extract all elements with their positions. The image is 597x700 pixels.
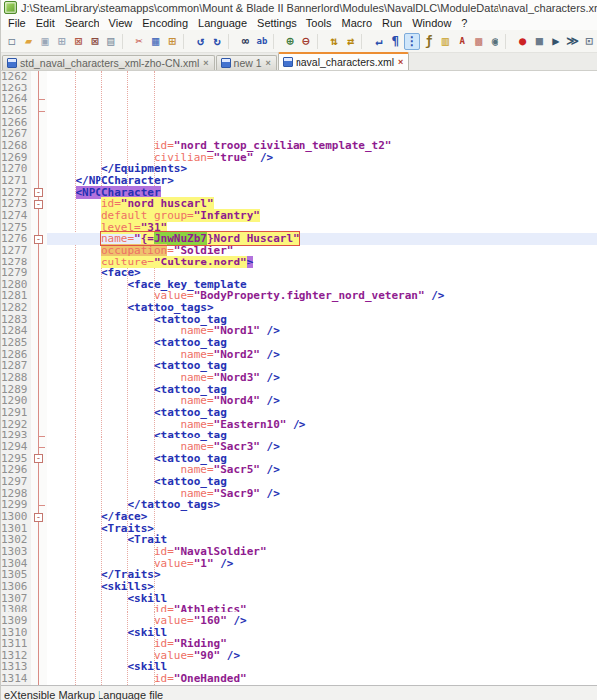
- close-tab-icon[interactable]: ×: [397, 58, 404, 67]
- close-all-icon[interactable]: ⊠: [87, 33, 102, 50]
- sync-scroll-horizontal-icon[interactable]: ⇄: [343, 33, 359, 50]
- line-number: 1309: [1, 615, 27, 627]
- toolbar-separator: [228, 34, 234, 49]
- code-token: />: [220, 649, 240, 662]
- sync-scroll-vertical-icon[interactable]: ⇅: [326, 33, 342, 50]
- macro-play-icon[interactable]: ▶: [548, 33, 564, 50]
- document-type-label: eXtensible Markup Language file: [4, 689, 163, 700]
- code-token: />: [260, 371, 280, 384]
- cut-icon[interactable]: ✂: [131, 33, 147, 50]
- fold-end-tick: [39, 99, 45, 100]
- fold-collapse-marker[interactable]: -: [34, 235, 43, 244]
- line-number: 1297: [1, 476, 27, 488]
- menu-item-help[interactable]: ?: [456, 17, 472, 29]
- code-token: occupation: [101, 244, 167, 257]
- line-number: 1288: [1, 372, 27, 384]
- fold-end-tick: [39, 447, 45, 448]
- find-icon[interactable]: ∞: [237, 33, 253, 50]
- macro-record-icon[interactable]: ●: [515, 33, 531, 50]
- menu-item-run[interactable]: Run: [377, 17, 407, 29]
- copy-icon[interactable]: ▦: [148, 33, 164, 50]
- toolbar-separator: [183, 34, 189, 49]
- tab-bar: std_naval_characters_xml-zho-CN.xml×new …: [1, 53, 597, 71]
- code-token: "Sacr9": [214, 487, 260, 500]
- open-file-icon[interactable]: ▰: [21, 33, 37, 50]
- document-map-icon[interactable]: ▥: [438, 33, 454, 50]
- fold-collapse-marker[interactable]: -: [34, 188, 43, 197]
- word-wrap-icon[interactable]: ↵: [371, 33, 387, 50]
- monitoring-eye-icon[interactable]: ◉: [488, 33, 503, 50]
- menu-item-macro[interactable]: Macro: [336, 17, 377, 29]
- close-file-icon[interactable]: ⊠: [71, 33, 87, 50]
- menu-item-window[interactable]: Window: [407, 17, 456, 29]
- zoom-in-icon[interactable]: ⊕: [282, 33, 298, 50]
- line-number: 1274: [1, 210, 27, 222]
- toolbar-separator: [273, 34, 279, 49]
- function-list-icon[interactable]: ƒ: [421, 33, 437, 50]
- save-all-icon[interactable]: ⊞: [54, 33, 70, 50]
- menu-item-view[interactable]: View: [104, 17, 138, 29]
- code-token: value=: [154, 684, 194, 685]
- toolbar-separator: [317, 34, 323, 49]
- line-number: 1300: [1, 511, 27, 523]
- undo-icon[interactable]: ↺: [193, 33, 209, 50]
- line-number: 1303: [1, 546, 27, 558]
- print-icon[interactable]: ▤: [103, 33, 119, 50]
- macro-run-multiple-icon[interactable]: ≫: [565, 33, 581, 50]
- code-line[interactable]: default_group="Infantry": [49, 210, 597, 222]
- menu-item-tools[interactable]: Tools: [301, 17, 337, 29]
- saved-file-icon: [221, 58, 231, 68]
- close-tab-icon[interactable]: ×: [202, 59, 209, 68]
- tab-naval-characters-xml[interactable]: naval_characters.xml×: [278, 52, 409, 70]
- line-number: 1268: [1, 140, 27, 152]
- paste-icon[interactable]: ⊞: [165, 33, 181, 50]
- code-area[interactable]: id="nord_troop_civilian_template_t2" civ…: [47, 71, 597, 685]
- new-file-icon[interactable]: ◻: [4, 33, 20, 50]
- menu-item-search[interactable]: Search: [60, 17, 104, 29]
- code-token: "200": [194, 684, 227, 685]
- code-token: "160": [194, 614, 227, 627]
- show-all-characters-icon[interactable]: ¶: [388, 33, 404, 50]
- indent-guide-icon[interactable]: ⋮: [404, 33, 420, 50]
- folder-as-workspace-icon[interactable]: ▩: [471, 33, 487, 50]
- redo-icon[interactable]: ↻: [209, 33, 225, 50]
- fold-margin: -----: [31, 71, 47, 685]
- menu-item-file[interactable]: File: [3, 17, 31, 29]
- code-token: />: [425, 289, 445, 302]
- code-line[interactable]: </NPCCharacter>: [49, 175, 597, 187]
- save-icon[interactable]: ▣: [37, 33, 53, 50]
- fold-tree-line: [38, 71, 39, 685]
- toolbar: ◻▰▣⊞⊠⊠▤✂▦⊞↺↻∞ab⊕⊖⇅⇄↵¶⋮ƒ▥A▩◉●■▶≫⊡: [1, 30, 597, 53]
- menu-item-language[interactable]: Language: [193, 17, 252, 29]
- notepadpp-window: J:\SteamLibrary\steamapps\common\Mount &…: [0, 0, 597, 700]
- tab-std-naval-characters-xml-zho-cn-xml[interactable]: std_naval_characters_xml-zho-CN.xml×: [2, 55, 215, 70]
- macro-save-icon[interactable]: ⊡: [581, 33, 597, 50]
- code-token: />: [227, 684, 247, 685]
- close-tab-icon[interactable]: ×: [265, 59, 272, 68]
- menu-item-encoding[interactable]: Encoding: [137, 17, 193, 29]
- line-number: 1271: [1, 175, 27, 187]
- menu-item-edit[interactable]: Edit: [31, 17, 60, 29]
- code-token: />: [260, 463, 280, 476]
- fold-collapse-marker[interactable]: -: [34, 200, 43, 209]
- code-token: />: [260, 487, 280, 500]
- toolbar-separator: [361, 34, 367, 49]
- fold-collapse-marker[interactable]: -: [34, 454, 43, 463]
- tab-new-1[interactable]: new 1×: [216, 55, 277, 70]
- window-title: J:\SteamLibrary\steamapps\common\Mount &…: [21, 2, 597, 14]
- macro-stop-icon[interactable]: ■: [531, 33, 547, 50]
- code-token: "BodyProperty.fighter_nord_veteran": [194, 289, 425, 302]
- editor: 1262126312641265126612671268126912701271…: [1, 71, 597, 685]
- fold-end-tick: [39, 505, 45, 506]
- replace-icon[interactable]: ab: [254, 33, 270, 50]
- document-switcher-icon[interactable]: A: [454, 33, 470, 50]
- code-line[interactable]: occupation="Soldier": [49, 245, 597, 257]
- fold-collapse-marker[interactable]: -: [34, 513, 43, 522]
- code-token: "1": [194, 557, 214, 570]
- menu-item-settings[interactable]: Settings: [252, 17, 301, 29]
- tab-label: naval_characters.xml: [296, 56, 394, 68]
- menu-bar: FileEditSearchViewEncodingLanguageSettin…: [1, 15, 597, 30]
- code-token: />: [260, 348, 280, 361]
- zoom-out-icon[interactable]: ⊖: [298, 33, 314, 50]
- status-bar: eXtensible Markup Language file: [1, 685, 597, 700]
